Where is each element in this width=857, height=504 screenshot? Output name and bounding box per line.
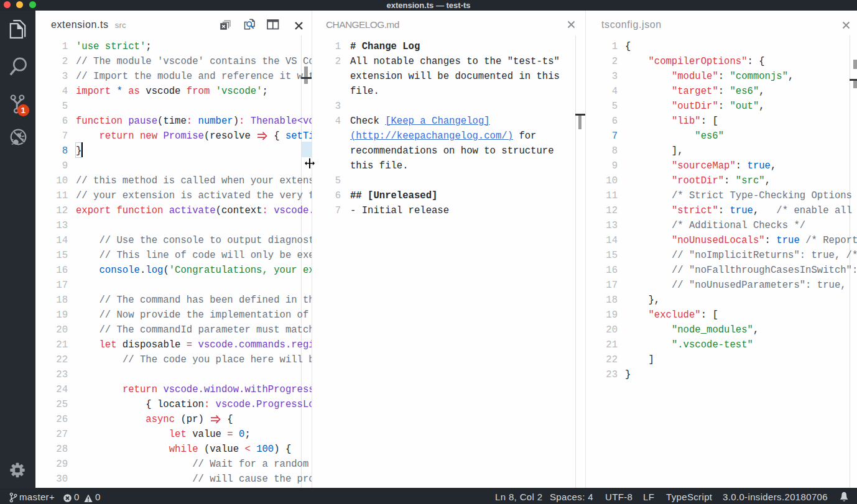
svg-text:1: 1	[21, 106, 26, 115]
